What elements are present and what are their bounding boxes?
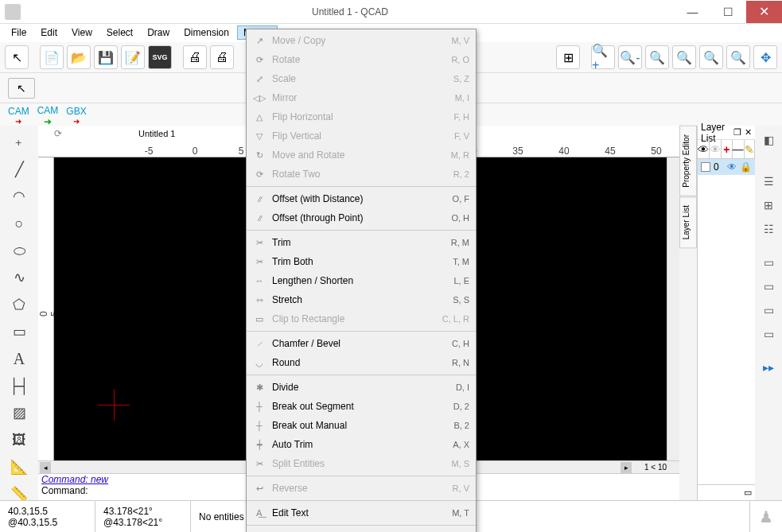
menu-item-stretch[interactable]: ⇿StretchS, S [247,290,476,309]
maximize-button[interactable]: ☐ [710,1,746,23]
arc-tool[interactable]: ◠ [4,184,34,209]
menu-item-trim-both[interactable]: ✂Trim BothT, M [247,252,476,271]
zoom-auto-button[interactable]: 🔍 [645,45,669,69]
menu-label: Chamfer / Bevel [272,338,445,349]
panel-menu-icon[interactable]: ▭ [744,487,752,498]
edit-button[interactable]: 📝 [121,45,145,69]
menu-label: Split Entities [272,458,445,469]
menu-draw[interactable]: Draw [141,25,176,40]
rt-btn-5[interactable]: ▭ [759,253,778,272]
menu-view[interactable]: View [65,25,99,40]
layer-buttons: 👁 👁 + — ✎ [698,140,755,159]
zoom-window-button[interactable]: 🔍 [726,45,750,69]
point-tool[interactable]: ﹢ [4,130,34,155]
menu-label: Reverse [272,483,446,494]
ruler-vertical: 302520151050 [38,157,54,460]
menu-item-edit-text[interactable]: A͟Edit TextM, T [247,503,476,522]
menu-label: Rotate Two [272,169,447,180]
rect-tool[interactable]: ▭ [4,319,34,344]
menu-edit[interactable]: Edit [34,25,64,40]
menu-label: Round [272,357,445,368]
image-tool[interactable]: 🖼 [4,427,34,452]
rt-btn-4[interactable]: ☷ [759,219,778,239]
minimize-button[interactable]: — [675,1,710,23]
vertical-scrollbar[interactable] [667,157,679,460]
menu-select[interactable]: Select [100,25,139,40]
rt-btn-9[interactable]: ▸▸ [759,358,778,377]
zoom-select-button[interactable]: 🔍 [672,45,696,69]
hatch-tool[interactable]: ▨ [4,400,34,425]
layer-lock-icon[interactable]: 🔒 [740,161,752,173]
zoom-in-button[interactable]: 🔍+ [591,45,615,69]
layer-edit-button[interactable]: ✎ [745,140,756,158]
menu-shortcut: M, I [455,93,469,103]
zoom-out-button[interactable]: 🔍- [618,45,642,69]
menu-item-break-out-segment[interactable]: ┼Break out SegmentD, 2 [247,397,476,416]
rt-btn-1[interactable]: ◧ [759,130,778,150]
menu-item-move-and-rotate: ↻Move and RotateM, R [247,146,476,165]
layer-show-button[interactable]: 👁 [698,140,710,158]
menu-label: Flip Horizontal [272,111,447,122]
print-button[interactable]: 🖨 [183,45,207,69]
right-side: Property Editor Layer List Layer List ❐ … [679,126,782,500]
circle-tool[interactable]: ○ [4,211,34,236]
print-preview-button[interactable]: 🖨 [210,45,234,69]
menu-label: Trim Both [272,256,446,267]
layer-panel: Layer List ❐ ✕ 👁 👁 + — ✎ 0 👁 🔒 [697,126,755,500]
rt-btn-6[interactable]: ▭ [759,277,778,296]
text-tool[interactable]: A [4,346,34,371]
polyline-tool[interactable]: ⬠ [4,292,34,317]
undock-icon[interactable]: ❐ [733,127,741,138]
zoom-prev-button[interactable]: 🔍 [699,45,723,69]
layer-hide-button[interactable]: 👁 [710,140,722,158]
cam-export-button[interactable]: CAM➜ [8,106,29,126]
grid-button[interactable]: ⊞ [556,45,580,69]
open-file-button[interactable]: 📂 [67,45,91,69]
menu-item-auto-trim[interactable]: ┿Auto TrimA, X [247,435,476,454]
menu-file[interactable]: File [5,25,33,40]
menu-label: Mirror [272,92,449,103]
gbx-button[interactable]: GBX➜ [66,106,86,126]
ellipse-tool[interactable]: ⬭ [4,238,34,263]
menu-item-trim[interactable]: ✂TrimR, M [247,233,476,252]
menu-item-chamfer-bevel[interactable]: ⟋Chamfer / BevelC, H [247,334,476,353]
pan-button[interactable]: ✥ [753,45,777,69]
close-button[interactable]: ✕ [746,1,782,23]
menu-shortcut: R, 2 [453,169,469,179]
menu-item-offset-through-point-[interactable]: ⫽Offset (through Point)O, H [247,208,476,227]
menu-item-round[interactable]: ◡RoundR, N [247,353,476,372]
menu-dimension[interactable]: Dimension [177,25,235,40]
menu-icon: ⇿ [253,293,266,306]
reload-icon[interactable]: ⟳ [54,128,62,139]
pointer-button[interactable]: ↖ [5,45,29,69]
menu-item-lengthen-shorten[interactable]: ↔Lengthen / ShortenL, E [247,271,476,290]
cam-import-button[interactable]: CAM➜ [37,105,59,127]
document-tab[interactable]: Untitled 1 [67,127,247,140]
menu-item-divide[interactable]: ✱DivideD, I [247,378,476,397]
save-button[interactable]: 💾 [94,45,118,69]
select-button[interactable]: ↖ [8,78,35,99]
rt-btn-8[interactable]: ▭ [759,324,778,344]
menu-label: Lengthen / Shorten [272,275,447,286]
menu-item-offset-with-distance-[interactable]: ⫽Offset (with Distance)O, F [247,189,476,208]
new-file-button[interactable]: 📄 [40,45,64,69]
menu-shortcut: O, H [451,213,469,223]
rt-btn-7[interactable]: ▭ [759,301,778,320]
spline-tool[interactable]: ∿ [4,265,34,290]
menu-item-break-out-manual[interactable]: ┼Break out ManualB, 2 [247,416,476,435]
rt-btn-2[interactable]: ☰ [759,172,778,191]
line-tool[interactable]: ╱ [4,157,34,182]
close-panel-icon[interactable]: ✕ [745,127,752,138]
svg-button[interactable]: SVG [148,45,172,69]
property-editor-tab[interactable]: Property Editor [679,126,697,196]
menu-label: Move and Rotate [272,150,445,161]
dimension-tool[interactable]: ├┤ [4,373,34,398]
layer-row[interactable]: 0 👁 🔒 [698,159,755,175]
layer-list-tab[interactable]: Layer List [679,196,697,248]
rt-btn-3[interactable]: ⊞ [759,196,778,215]
layer-visible-icon[interactable]: 👁 [727,161,737,173]
menu-icon: ⟳ [253,53,266,66]
measure-tool[interactable]: 📐 [4,454,34,480]
layer-add-button[interactable]: + [722,140,733,158]
layer-remove-button[interactable]: — [733,140,745,158]
